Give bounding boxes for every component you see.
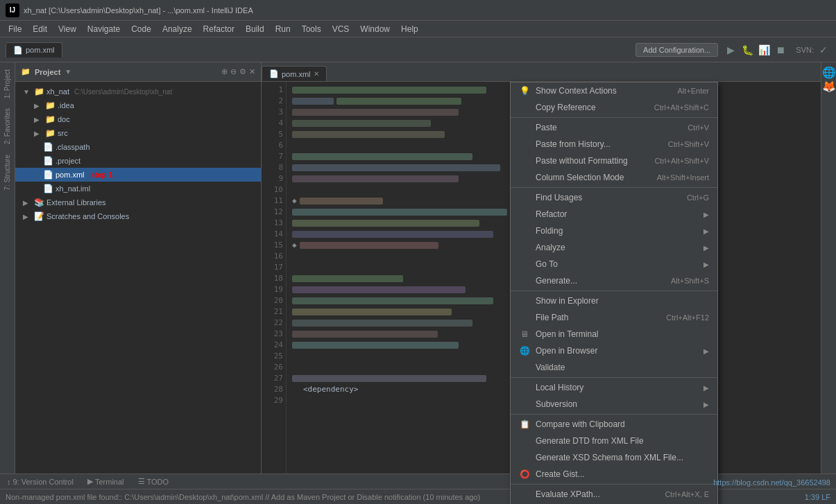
iml-file-icon: 📄 (42, 183, 53, 194)
ctx-open-terminal[interactable]: 🖥 Open in Terminal (511, 326, 717, 342)
svn-icon[interactable]: ✓ (817, 43, 830, 57)
ctx-generate[interactable]: Generate... Alt+Shift+S (511, 272, 717, 289)
analyze-icon (519, 242, 530, 253)
ctx-label-goto: Go To (536, 259, 698, 269)
menu-file[interactable]: File (3, 23, 27, 35)
file-name: pom.xml (26, 46, 55, 54)
tree-item-pom-label: pom.xml (56, 171, 85, 179)
tree-item-ext-label: External Libraries (46, 198, 106, 207)
menu-refactor[interactable]: Refactor (198, 23, 240, 35)
ctx-generate-xsd[interactable]: Generate XSD Schema from XML File... (511, 449, 717, 466)
terminal-icon: 🖥 (519, 329, 530, 340)
run-with-coverage-icon[interactable]: 📊 (757, 43, 771, 57)
context-menu: 💡 Show Context Actions Alt+Enter Copy Re… (510, 82, 718, 504)
ctx-paste-history[interactable]: Paste from History... Ctrl+Shift+V (511, 136, 717, 153)
idea-folder-icon: 📁 (44, 100, 56, 111)
menu-analyze[interactable]: Analyze (157, 23, 198, 35)
tree-item-scratches[interactable]: ▶ 📝 Scratches and Consoles (15, 209, 261, 223)
tree-item-pom[interactable]: 📄 pom.xml step 1 (15, 168, 261, 182)
menu-help[interactable]: Help (395, 23, 424, 35)
ctx-validate[interactable]: Validate (511, 359, 717, 376)
doc-folder-icon: 📁 (44, 114, 56, 125)
ctx-copy-reference[interactable]: Copy Reference Ctrl+Alt+Shift+C (511, 99, 717, 116)
terminal-label: Terminal (95, 478, 124, 486)
tree-item-src[interactable]: ▶ 📁 src (15, 126, 261, 140)
tree-item-project-file[interactable]: 📄 .project (15, 154, 261, 168)
ctx-subversion[interactable]: Subversion ▶ (511, 396, 717, 412)
ctx-goto[interactable]: Go To ▶ (511, 256, 717, 272)
menu-vcs[interactable]: VCS (327, 23, 355, 35)
ctx-analyze[interactable]: Analyze ▶ (511, 239, 717, 256)
find-usages-icon (519, 192, 530, 203)
collapse-all-icon[interactable]: ⊖ (230, 67, 237, 76)
ctx-show-context-actions[interactable]: 💡 Show Context Actions Alt+Enter (511, 82, 717, 99)
menu-tools[interactable]: Tools (296, 23, 327, 35)
ctx-column-mode[interactable]: Column Selection Mode Alt+Shift+Insert (511, 169, 717, 186)
sidebar-item-favorites[interactable]: 2: Favorites (1, 104, 13, 148)
todo-tab[interactable]: ☰ TODO (134, 476, 173, 487)
menu-navigate[interactable]: Navigate (82, 23, 126, 35)
editor-tab-pom[interactable]: 📄 pom.xml ✕ (262, 66, 327, 81)
todo-icon: ☰ (138, 477, 145, 486)
ctx-separator-6 (511, 484, 717, 485)
menu-code[interactable]: Code (126, 23, 157, 35)
ctx-folding[interactable]: Folding ▶ (511, 223, 717, 239)
debug-icon[interactable]: 🐛 (740, 43, 754, 57)
ctx-local-history[interactable]: Local History ▶ (511, 379, 717, 396)
ctx-show-explorer[interactable]: Show in Explorer (511, 293, 717, 309)
menu-run[interactable]: Run (270, 23, 296, 35)
version-control-tab[interactable]: ↕ 9: Version Control (3, 476, 78, 487)
history-arrow-icon: ▶ (703, 384, 709, 392)
project-file-icon: 📄 (42, 155, 53, 166)
left-sidebar-tabs: 1: Project 2: Favorites 7: Structure (0, 62, 15, 473)
ctx-generate-dtd[interactable]: Generate DTD from XML File (511, 433, 717, 449)
subversion-arrow-icon: ▶ (703, 401, 709, 408)
tree-item-idea[interactable]: ▶ 📁 .idea (15, 98, 261, 112)
ctx-create-gist[interactable]: ⭕ Create Gist... (511, 466, 717, 483)
file-breadcrumb: 📄 pom.xml (6, 42, 62, 58)
close-panel-icon[interactable]: ✕ (249, 67, 255, 76)
ctx-label-generate-dtd: Generate DTD from XML File (536, 436, 709, 446)
tree-item-doc[interactable]: ▶ 📁 doc (15, 112, 261, 126)
dropdown-arrow-icon[interactable]: ▼ (65, 68, 71, 76)
sidebar-item-project[interactable]: 1: Project (1, 65, 13, 103)
menu-view[interactable]: View (53, 23, 82, 35)
paste-history-icon (519, 139, 530, 150)
project-tree: ▼ 📁 xh_nat C:\Users\admin\Desktop\xh_nat… (15, 82, 261, 473)
project-folder-icon: 📁 (21, 67, 31, 76)
tree-item-external-libs[interactable]: ▶ 📚 External Libraries (15, 195, 261, 209)
menu-build[interactable]: Build (240, 23, 270, 35)
paste-no-format-icon (519, 155, 530, 166)
ctx-label-generate-xsd: Generate XSD Schema from XML File... (536, 453, 709, 462)
browser-arrow-icon: ▶ (703, 347, 709, 355)
menu-window[interactable]: Window (355, 23, 395, 35)
ctx-label-create-gist: Create Gist... (536, 469, 709, 479)
ctx-open-browser[interactable]: 🌐 Open in Browser ▶ (511, 342, 717, 359)
ctx-evaluate-xpath[interactable]: Evaluate XPath... Ctrl+Alt+X, E (511, 486, 717, 503)
tree-item-classpath[interactable]: 📄 .classpath (15, 140, 261, 154)
settings-icon[interactable]: ⚙ (239, 67, 246, 76)
tree-item-root[interactable]: ▼ 📁 xh_nat C:\Users\admin\Desktop\xh_nat (15, 85, 261, 98)
folding-arrow-icon: ▶ (703, 227, 709, 235)
run-icon[interactable]: ▶ (724, 43, 737, 57)
ctx-file-path[interactable]: File Path Ctrl+Alt+F12 (511, 309, 717, 326)
ctx-paste[interactable]: Paste Ctrl+V (511, 119, 717, 136)
ctx-shortcut-show-context-actions: Alt+Enter (677, 87, 709, 95)
expand-all-icon[interactable]: ⊕ (221, 67, 228, 76)
sidebar-item-structure[interactable]: 7: Structure (1, 150, 13, 195)
watermark-link: https://blog.csdn.net/qq_36652498 (713, 478, 830, 487)
ctx-compare-clipboard[interactable]: 📋 Compare with Clipboard (511, 416, 717, 433)
terminal-tab[interactable]: ▶ Terminal (83, 476, 128, 487)
ctx-find-usages[interactable]: Find Usages Ctrl+G (511, 189, 717, 206)
add-configuration-button[interactable]: Add Configuration... (635, 43, 718, 57)
ctx-label-column-mode: Column Selection Mode (536, 173, 651, 182)
stop-icon[interactable]: ⏹ (774, 43, 787, 57)
ctx-paste-no-format[interactable]: Paste without Formatting Ctrl+Alt+Shift+… (511, 153, 717, 169)
menu-edit[interactable]: Edit (27, 23, 53, 35)
menu-bar: File Edit View Navigate Code Analyze Ref… (0, 21, 836, 37)
step1-label: step 1 (91, 171, 113, 179)
subversion-icon (519, 399, 530, 410)
tree-item-iml[interactable]: 📄 xh_nat.iml (15, 182, 261, 195)
tab-close-icon[interactable]: ✕ (314, 70, 319, 78)
ctx-refactor[interactable]: Refactor ▶ (511, 206, 717, 223)
